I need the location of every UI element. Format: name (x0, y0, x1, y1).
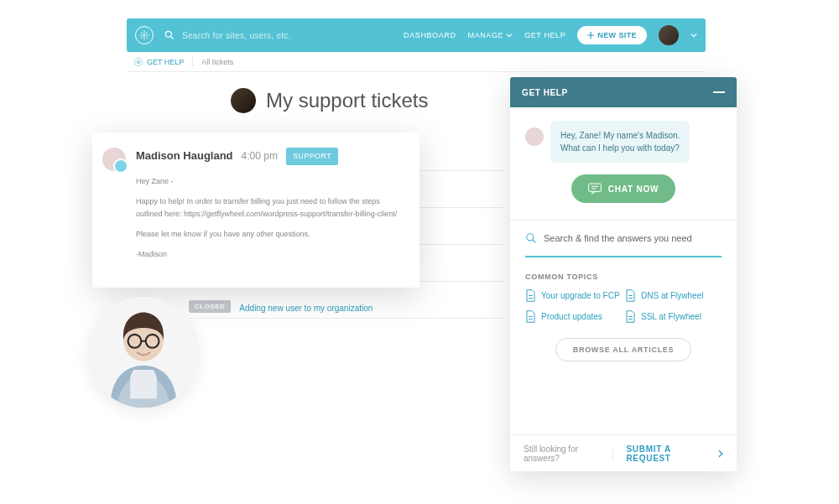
chat-bubble: Hey, Zane! My name's Madison. What can I… (550, 121, 690, 163)
document-icon (625, 289, 636, 302)
minimize-icon[interactable] (713, 91, 725, 93)
support-badge: SUPPORT (286, 148, 338, 164)
chat-now-button[interactable]: CHAT NOW (571, 174, 676, 203)
agent-name: Madison Haugland (136, 148, 233, 165)
svg-rect-5 (130, 377, 157, 398)
svg-point-3 (138, 60, 140, 63)
message-line: Happy to help! In order to transfer bill… (136, 195, 403, 220)
page-title-text: My support tickets (266, 89, 428, 112)
panel-header: GET HELP (510, 77, 737, 107)
message-line: Please let me know if you have any other… (136, 228, 403, 240)
help-panel: GET HELP Hey, Zane! My name's Madison. W… (510, 77, 737, 471)
user-avatar[interactable] (659, 25, 679, 45)
footer-question: Still looking for answers? (524, 444, 612, 463)
status-chip: CLOSED (189, 300, 231, 313)
chevron-down-icon (506, 32, 513, 39)
chevron-right-icon (718, 449, 723, 458)
message-signature: -Madison (136, 248, 403, 260)
topic-link[interactable]: SSL at Flywheel (625, 310, 722, 323)
document-icon (525, 310, 536, 323)
document-icon (625, 310, 636, 323)
flywheel-logo[interactable] (135, 26, 154, 44)
topic-link[interactable]: Product updates (525, 310, 622, 323)
svg-point-11 (527, 234, 534, 241)
breadcrumb: GET HELP All tickets (127, 52, 706, 72)
panel-title: GET HELP (522, 88, 568, 97)
svg-point-2 (135, 58, 143, 65)
nav-gethelp[interactable]: GET HELP (524, 31, 565, 39)
new-site-button[interactable]: NEW SITE (577, 26, 647, 44)
nav-manage[interactable]: MANAGE (468, 31, 513, 39)
crumb-all-tickets[interactable]: All tickets (201, 58, 233, 66)
message-line: Hey Zane - (136, 175, 403, 187)
nav-dashboard[interactable]: DASHBOARD (404, 31, 456, 39)
agent-photo (88, 297, 199, 408)
message-time: 4:00 pm (242, 148, 278, 164)
ticket-link[interactable]: Adding new user to my organization (239, 304, 373, 313)
chevron-down-icon[interactable] (690, 32, 697, 39)
search-icon (164, 29, 175, 41)
browse-articles-button[interactable]: BROWSE ALL ARTICLES (555, 338, 691, 361)
topic-link[interactable]: Your upgrade to FCP (525, 289, 622, 302)
document-icon (525, 289, 536, 302)
panel-search[interactable]: Search & find the answers you need (525, 221, 722, 257)
svg-point-1 (165, 31, 171, 37)
chat-agent-avatar (525, 127, 544, 146)
plus-icon (587, 32, 594, 39)
chat-icon (588, 183, 602, 195)
global-search[interactable]: Search for sites, users, etc. (164, 29, 393, 41)
ticket-detail-card: Madison Haugland 4:00 pm SUPPORT Hey Zan… (92, 132, 420, 288)
agent-avatar (102, 148, 126, 171)
search-icon (525, 232, 537, 244)
svg-rect-10 (588, 184, 601, 191)
search-placeholder: Search for sites, users, etc. (182, 31, 291, 40)
help-icon (133, 57, 143, 67)
top-nav: Search for sites, users, etc. DASHBOARD … (127, 18, 706, 52)
page-title: My support tickets (231, 88, 428, 113)
svg-point-0 (143, 34, 145, 36)
topic-link[interactable]: DNS at Flywheel (625, 289, 722, 302)
user-avatar-small (231, 88, 256, 113)
submit-request-link[interactable]: SUBMIT A REQUEST (612, 444, 724, 463)
crumb-gethelp[interactable]: GET HELP (133, 57, 193, 67)
common-topics-heading: COMMON TOPICS (525, 273, 722, 281)
